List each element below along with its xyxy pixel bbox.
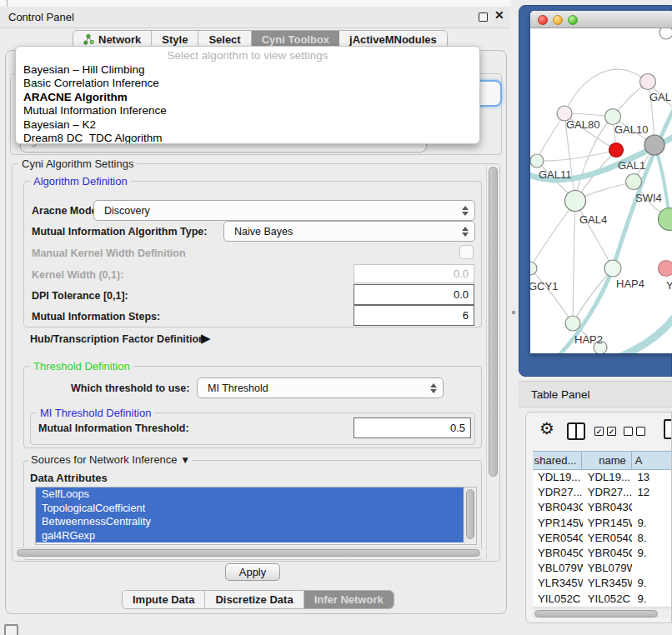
- algorithm-menu-item[interactable]: Bayesian – K2: [16, 118, 479, 132]
- mi-steps-label: Mutual Information Steps:: [32, 311, 160, 322]
- node-red-selected[interactable]: [609, 143, 624, 158]
- table-panel-title: Table Panel: [531, 388, 590, 401]
- dpi-tolerance-field[interactable]: 0.0: [354, 284, 474, 305]
- node-gal4[interactable]: [565, 191, 586, 212]
- node-partial-top[interactable]: [659, 28, 672, 39]
- gear-icon[interactable]: ⚙: [539, 420, 554, 437]
- which-threshold-label: Which threshold to use:: [71, 382, 189, 394]
- combo-stepper-icon: [462, 227, 469, 237]
- table-hscrollbar-thumb[interactable]: [534, 610, 658, 618]
- table-row[interactable]: YBR043C YBR043C: [533, 500, 672, 515]
- node-gal10[interactable]: [605, 109, 621, 125]
- node-hap2[interactable]: [565, 316, 580, 331]
- aracne-mode-combo[interactable]: Discovery: [93, 200, 475, 221]
- sources-group-title: Sources for Network Inference ▼: [28, 453, 193, 466]
- threshold-definition-title: Threshold Definition: [30, 360, 133, 372]
- algorithm-menu-item[interactable]: Mutual Information Inference: [16, 104, 479, 118]
- table-row[interactable]: YER054C YER054C 8.: [533, 531, 672, 546]
- deselect-all-icon[interactable]: [624, 427, 633, 436]
- mac-minimize-icon[interactable]: [553, 15, 563, 25]
- mac-zoom-icon[interactable]: [568, 15, 578, 25]
- tab-label: Discretize Data: [215, 593, 293, 606]
- mi-type-combo[interactable]: Naive Bayes: [223, 221, 475, 242]
- node-gal11[interactable]: [530, 154, 544, 168]
- attribute-list-item-selected[interactable]: gal4RGexp: [36, 529, 464, 543]
- label-gal10: GAL10: [614, 123, 648, 136]
- mi-steps-field[interactable]: 6: [354, 305, 474, 326]
- table-row[interactable]: YDL19... YDL19... 13: [533, 470, 672, 485]
- combo-stepper-icon: [430, 383, 437, 393]
- table-row[interactable]: YPR145W YPR145W 9.: [533, 516, 672, 531]
- deselect-all-icon[interactable]: [636, 427, 645, 436]
- table-row[interactable]: YIL052C YIL052C 9.: [533, 592, 672, 607]
- table-row[interactable]: YBR045C YBR045C 9.: [533, 546, 672, 561]
- mi-threshold-field[interactable]: 0.5: [354, 418, 471, 438]
- attribute-list-item-selected[interactable]: TopologicalCoefficient: [36, 502, 464, 516]
- disclosure-down-icon[interactable]: ▼: [180, 454, 190, 466]
- table-row[interactable]: YLR345W YLR345W 9.: [533, 576, 672, 591]
- split-pane-icon[interactable]: [567, 422, 585, 440]
- node-swi4[interactable]: [659, 208, 672, 231]
- minimized-panel-icon[interactable]: [4, 624, 18, 635]
- close-icon[interactable]: ✕: [494, 8, 504, 22]
- algorithm-dropdown-popup: Select algorithm to view settings Bayesi…: [15, 46, 480, 144]
- settings-vscrollbar: [486, 165, 499, 560]
- column-header[interactable]: A: [632, 452, 672, 469]
- select-all-icon[interactable]: ✓: [594, 427, 604, 436]
- settings-vscrollbar-thumb[interactable]: [489, 167, 498, 477]
- tab[interactable]: Discretize Data: [205, 591, 303, 608]
- algorithm-menu-item[interactable]: Bayesian – Hill Climbing: [16, 63, 479, 77]
- node-labels: GAL GAL80 GAL10 GAL1 GAL11 SWI4 GAL4 HAP…: [530, 91, 672, 346]
- tab[interactable]: Infer Network: [304, 591, 394, 608]
- which-threshold-combo[interactable]: MI Threshold: [197, 378, 444, 398]
- tab-label: jActiveMNodules: [349, 33, 437, 46]
- algorithm-menu-item[interactable]: Basic Correlation Inference: [16, 77, 479, 90]
- table-panel: ⚙ ✓ ✓ shared... name A YDL19... YDL19...…: [525, 412, 672, 623]
- manual-kernel-checkbox[interactable]: [459, 245, 474, 259]
- algorithm-menu-item[interactable]: ARACNE Algorithm: [16, 91, 479, 104]
- node-gal1[interactable]: [626, 174, 642, 190]
- label-y-partial: Y: [666, 279, 672, 292]
- column-header[interactable]: name: [582, 452, 631, 469]
- data-attributes-label: Data Attributes: [30, 472, 108, 484]
- algorithm-menu-item[interactable]: Dream8 DC_TDC Algorithm: [16, 132, 479, 144]
- network-window: GAL GAL80 GAL10 GAL1 GAL11 SWI4 GAL4 HAP…: [530, 11, 672, 353]
- table-row[interactable]: YBL079W YBL079W: [533, 561, 672, 576]
- settings-group-title: Cyni Algorithm Settings: [18, 158, 137, 170]
- apply-button[interactable]: Apply: [225, 563, 280, 581]
- network-window-titlebar[interactable]: [530, 11, 672, 28]
- list-vscrollbar-thumb[interactable]: [466, 489, 474, 539]
- settings-hscrollbar-thumb[interactable]: [17, 549, 480, 557]
- float-window-icon[interactable]: [479, 12, 488, 22]
- dpi-tolerance-label: DPI Tolerance [0,1]:: [32, 290, 128, 302]
- popup-placeholder: Select algorithm to view settings: [16, 49, 479, 63]
- which-threshold-value: MI Threshold: [208, 382, 268, 394]
- attribute-list-item-selected[interactable]: SelfLoops: [36, 488, 464, 502]
- mi-threshold-label: Mutual Information Threshold:: [38, 422, 189, 434]
- node-gcy1[interactable]: [530, 262, 537, 275]
- tab-label: Network: [98, 33, 141, 46]
- splitter-handle[interactable]: [512, 311, 515, 314]
- combo-stepper-icon: [462, 206, 469, 216]
- mi-type-value: Naive Bayes: [234, 226, 293, 238]
- column-header[interactable]: shared...: [533, 452, 582, 469]
- kernel-width-field[interactable]: 0.0: [354, 264, 474, 283]
- tab[interactable]: Impute Data: [123, 591, 205, 608]
- disclosure-right-icon[interactable]: ▶: [201, 331, 211, 346]
- mac-close-icon[interactable]: [538, 15, 548, 25]
- table-row[interactable]: YDR27... YDR27... 12: [533, 485, 672, 500]
- node-hap4[interactable]: [604, 260, 621, 277]
- select-all-icon[interactable]: ✓: [607, 427, 616, 436]
- new-table-icon[interactable]: [664, 419, 672, 439]
- attribute-list-item-selected[interactable]: BetweennessCentrality: [36, 515, 464, 529]
- manual-kernel-label: Manual Kernel Width Definition: [32, 248, 186, 259]
- gray-edges[interactable]: [530, 69, 672, 348]
- node-salmon[interactable]: [659, 261, 672, 277]
- settings-hscrollbar: [15, 548, 484, 558]
- node-gray[interactable]: [644, 135, 664, 155]
- network-canvas[interactable]: GAL GAL80 GAL10 GAL1 GAL11 SWI4 GAL4 HAP…: [530, 28, 672, 353]
- hub-definition-label: Hub/Transcription Factor Definition: [30, 333, 205, 345]
- node-gal7[interactable]: [640, 74, 656, 90]
- algorithm-definition-title: Algorithm Definition: [30, 175, 131, 188]
- table-body: YDL19... YDL19... 13 YDR27... YDR27... 1…: [533, 470, 672, 606]
